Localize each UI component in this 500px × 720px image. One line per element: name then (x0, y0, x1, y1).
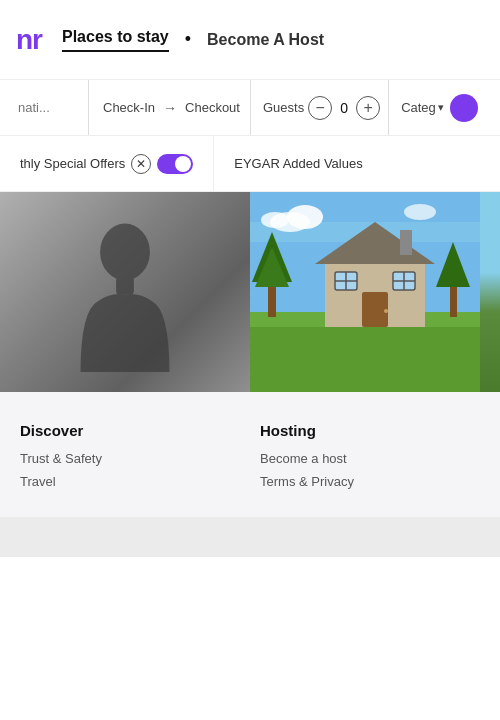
search-bar: Check-In → Checkout Guests − 0 + Categ ▾ (0, 80, 500, 136)
category-label: Categ (401, 100, 436, 115)
discover-title: Discover (20, 422, 240, 439)
house-scene-svg (250, 192, 480, 392)
guest-count: 0 (336, 100, 352, 116)
remove-filter-icon[interactable]: ✕ (131, 154, 151, 174)
logo: nr (16, 24, 42, 56)
footer-section: Discover Trust & Safety Travel Hosting B… (0, 392, 500, 517)
nav: Places to stay • Become A Host (62, 28, 324, 52)
travel-link[interactable]: Travel (20, 474, 240, 489)
nav-places-to-stay[interactable]: Places to stay (62, 28, 169, 52)
guests-section: Guests − 0 + (255, 80, 389, 135)
chevron-down-icon: ▾ (438, 101, 444, 114)
svg-point-0 (100, 224, 150, 281)
checkout-label: Checkout (185, 100, 240, 115)
monthly-offers-label: thly Special Offers (20, 156, 125, 171)
card-silhouette[interactable] (0, 192, 250, 392)
svg-rect-1 (116, 277, 134, 295)
footer-columns: Discover Trust & Safety Travel Hosting B… (20, 422, 480, 497)
monthly-offers-filter[interactable]: thly Special Offers ✕ (0, 136, 214, 191)
header: nr Places to stay • Become A Host (0, 0, 500, 80)
guests-label: Guests (263, 100, 304, 115)
guests-minus-button[interactable]: − (308, 96, 332, 120)
checkin-search[interactable]: Check-In → Checkout (93, 80, 251, 135)
arrow-icon: → (163, 100, 177, 116)
footer-hosting-col: Hosting Become a host Terms & Privacy (260, 422, 480, 497)
svg-rect-15 (400, 230, 412, 255)
become-host-link[interactable]: Become a host (260, 451, 480, 466)
silhouette-image (0, 192, 250, 392)
bottom-bar (0, 517, 500, 557)
trust-safety-link[interactable]: Trust & Safety (20, 451, 240, 466)
footer-discover-col: Discover Trust & Safety Travel (20, 422, 240, 497)
person-silhouette-icon (65, 212, 185, 372)
eygar-label: EYGAR Added Values (234, 156, 362, 171)
card-house[interactable] (250, 192, 500, 392)
svg-point-17 (384, 309, 388, 313)
hosting-title: Hosting (260, 422, 480, 439)
svg-rect-24 (450, 282, 457, 317)
location-search[interactable] (8, 80, 89, 135)
location-input[interactable] (18, 100, 78, 115)
cards-section (0, 192, 500, 392)
svg-point-5 (287, 205, 323, 229)
filter-bar: thly Special Offers ✕ EYGAR Added Values (0, 136, 500, 192)
terms-privacy-link[interactable]: Terms & Privacy (260, 474, 480, 489)
house-image (250, 192, 500, 392)
profile-avatar (450, 94, 478, 122)
nav-separator: • (185, 29, 191, 50)
svg-rect-8 (250, 317, 480, 392)
svg-rect-16 (362, 292, 388, 327)
nav-become-host[interactable]: Become A Host (207, 31, 324, 49)
svg-point-7 (404, 204, 436, 220)
toggle-switch[interactable] (157, 154, 193, 174)
guests-plus-button[interactable]: + (356, 96, 380, 120)
checkin-label: Check-In (103, 100, 155, 115)
category-dropdown[interactable]: Categ ▾ (393, 80, 486, 135)
svg-point-6 (261, 212, 289, 228)
eygar-filter[interactable]: EYGAR Added Values (214, 136, 382, 191)
